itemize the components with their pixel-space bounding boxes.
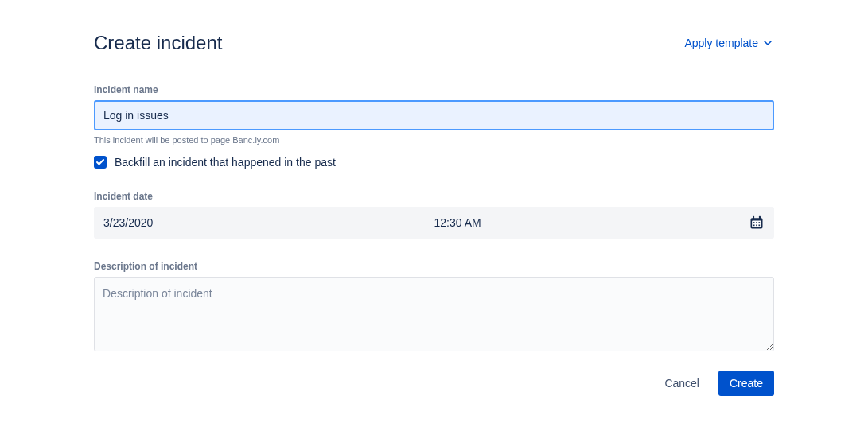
chevron-down-icon bbox=[761, 37, 774, 49]
incident-name-input[interactable] bbox=[94, 100, 774, 130]
svg-rect-2 bbox=[753, 216, 754, 219]
check-icon bbox=[95, 157, 105, 167]
svg-rect-8 bbox=[756, 225, 757, 227]
svg-rect-4 bbox=[753, 222, 755, 223]
footer-row: Cancel Create bbox=[94, 371, 774, 396]
svg-rect-5 bbox=[756, 222, 757, 223]
header-row: Create incident Apply template bbox=[94, 32, 774, 54]
calendar-icon[interactable] bbox=[749, 215, 765, 231]
incident-name-helper: This incident will be posted to page Ban… bbox=[94, 135, 774, 145]
backfill-checkbox[interactable] bbox=[94, 156, 107, 169]
incident-name-group: Incident name This incident will be post… bbox=[94, 84, 774, 169]
apply-template-label: Apply template bbox=[684, 37, 758, 49]
page-title: Create incident bbox=[94, 32, 222, 54]
description-label: Description of incident bbox=[94, 261, 774, 272]
svg-rect-3 bbox=[759, 216, 761, 219]
incident-date-label: Incident date bbox=[94, 191, 774, 202]
incident-date-row[interactable]: 3/23/2020 12:30 AM bbox=[94, 207, 774, 239]
description-input[interactable] bbox=[94, 277, 774, 351]
svg-rect-7 bbox=[753, 225, 755, 227]
svg-rect-9 bbox=[759, 225, 761, 227]
apply-template-button[interactable]: Apply template bbox=[684, 37, 774, 49]
svg-rect-6 bbox=[759, 222, 761, 223]
cancel-button[interactable]: Cancel bbox=[658, 371, 706, 396]
backfill-row: Backfill an incident that happened in th… bbox=[94, 156, 774, 169]
incident-date-value: 3/23/2020 bbox=[103, 216, 434, 229]
svg-rect-1 bbox=[752, 221, 761, 227]
incident-time-value: 12:30 AM bbox=[434, 216, 765, 229]
incident-date-group: Incident date 3/23/2020 12:30 AM bbox=[94, 191, 774, 239]
backfill-label: Backfill an incident that happened in th… bbox=[115, 156, 336, 169]
incident-name-label: Incident name bbox=[94, 84, 774, 95]
create-button[interactable]: Create bbox=[718, 371, 774, 396]
description-group: Description of incident bbox=[94, 261, 774, 355]
